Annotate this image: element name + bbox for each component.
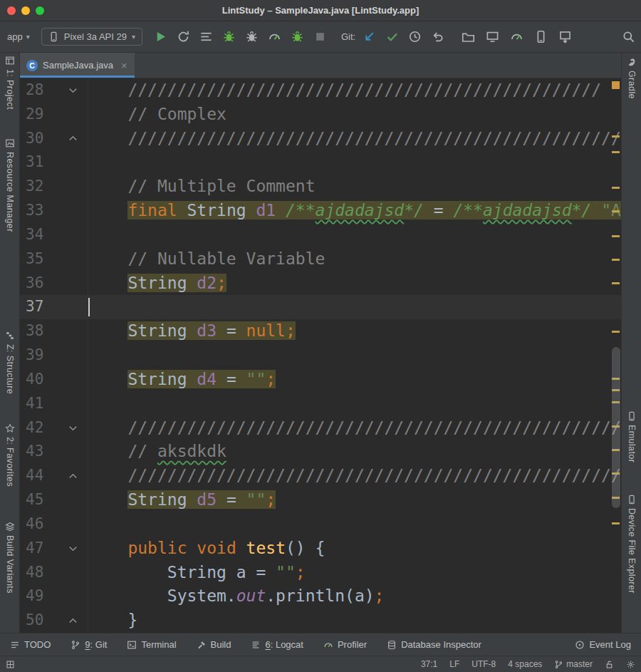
tool-window-button-logcat[interactable]: 6: Logcat bbox=[251, 639, 303, 650]
code-line-47[interactable]: 47 public void test() { bbox=[20, 537, 621, 561]
warning-stripe-mark[interactable] bbox=[612, 210, 620, 212]
code-line-41[interactable]: 41 bbox=[20, 392, 621, 416]
fold-marker-down-icon[interactable] bbox=[58, 78, 88, 103]
fold-marker-down-icon[interactable] bbox=[58, 416, 88, 440]
code-text[interactable]: String a = ""; bbox=[88, 561, 621, 585]
gear-icon[interactable] bbox=[626, 660, 635, 669]
line-separator[interactable]: LF bbox=[449, 659, 459, 669]
code-line-39[interactable]: 39 bbox=[20, 343, 621, 368]
code-line-44[interactable]: 44 /////////////////////////////////////… bbox=[20, 464, 621, 488]
fold-marker-down-icon[interactable] bbox=[58, 537, 88, 561]
code-text[interactable] bbox=[88, 295, 621, 319]
code-line-42[interactable]: 42 /////////////////////////////////////… bbox=[20, 416, 621, 440]
sync-project-button[interactable] bbox=[462, 30, 475, 43]
code-text[interactable]: // Multiple Comment bbox=[88, 175, 621, 199]
code-line-36[interactable]: 36 String d2; bbox=[20, 272, 621, 296]
tool-stripe-button-build-variants[interactable]: Build Variants bbox=[0, 522, 19, 594]
lock-icon[interactable] bbox=[605, 660, 614, 669]
fold-marker-up-icon[interactable] bbox=[58, 127, 88, 151]
stop-button[interactable] bbox=[313, 30, 327, 43]
code-text[interactable]: // Nullable Variable bbox=[88, 247, 621, 272]
code-line-40[interactable]: 40 String d4 = ""; bbox=[20, 368, 621, 392]
code-text[interactable]: public void test() { bbox=[88, 537, 621, 561]
code-text[interactable] bbox=[88, 512, 621, 537]
tool-stripe-button-structure[interactable]: Z: Structure bbox=[0, 331, 19, 394]
vertical-scrollbar[interactable] bbox=[612, 347, 620, 508]
fold-marker-up-icon[interactable] bbox=[58, 609, 88, 633]
code-text[interactable]: System.out.println(a); bbox=[88, 584, 621, 609]
rollback-button[interactable] bbox=[431, 30, 444, 43]
code-text[interactable]: // aksdkdk bbox=[88, 440, 621, 464]
warning-stripe-mark[interactable] bbox=[612, 259, 620, 261]
update-project-button[interactable] bbox=[363, 30, 376, 43]
tool-window-button-terminal[interactable]: Terminal bbox=[127, 639, 176, 650]
code-line-32[interactable]: 32 // Multiple Comment bbox=[20, 175, 621, 199]
code-text[interactable]: // Complex bbox=[88, 103, 621, 127]
code-line-30[interactable]: 30 /////////////////////////////////////… bbox=[20, 127, 621, 151]
code-text[interactable]: ////////////////////////////////////////… bbox=[88, 464, 621, 488]
tool-stripe-button-project[interactable]: 1: Project bbox=[0, 56, 19, 110]
warning-stripe-mark[interactable] bbox=[612, 151, 620, 153]
code-text[interactable]: String d3 = null; bbox=[88, 319, 621, 343]
tool-window-button-todo[interactable]: TODO bbox=[10, 639, 51, 650]
profile-button[interactable] bbox=[268, 30, 281, 43]
minimize-button[interactable] bbox=[21, 6, 30, 15]
warning-stripe-mark[interactable] bbox=[612, 282, 620, 284]
indent-setting[interactable]: 4 spaces bbox=[508, 659, 542, 669]
code-line-50[interactable]: 50 } bbox=[20, 609, 621, 633]
tool-stripe-button-gradle[interactable]: Gradle bbox=[622, 57, 641, 99]
file-status-indicator[interactable] bbox=[612, 81, 620, 89]
run-button[interactable] bbox=[154, 30, 167, 43]
tool-stripe-button-favorites[interactable]: 2: Favorites bbox=[0, 423, 19, 487]
apply-changes-button[interactable] bbox=[177, 30, 190, 43]
code-line-48[interactable]: 48 String a = ""; bbox=[20, 561, 621, 585]
code-line-28[interactable]: 28 /////////////////////////////////////… bbox=[20, 78, 621, 103]
code-text[interactable]: final String d1 /**ajdadajsd*/ = /**ajda… bbox=[88, 199, 621, 223]
debug-button[interactable] bbox=[222, 30, 236, 43]
code-text[interactable]: String d5 = ""; bbox=[88, 488, 621, 512]
tool-window-button-profiler[interactable]: Profiler bbox=[323, 639, 367, 650]
commit-button[interactable] bbox=[385, 30, 399, 43]
code-text[interactable]: ////////////////////////////////////////… bbox=[88, 78, 621, 103]
code-line-46[interactable]: 46 bbox=[20, 512, 621, 537]
git-branch-widget[interactable]: master bbox=[554, 659, 593, 669]
code-text[interactable]: ////////////////////////////////////////… bbox=[88, 127, 621, 151]
code-line-38[interactable]: 38 String d3 = null; bbox=[20, 319, 621, 343]
code-line-43[interactable]: 43 // aksdkdk bbox=[20, 440, 621, 464]
code-text[interactable]: String d2; bbox=[88, 272, 621, 296]
code-line-34[interactable]: 34 bbox=[20, 223, 621, 247]
profile-low-overhead-button[interactable] bbox=[291, 30, 304, 43]
tool-window-button-git[interactable]: 9: Git bbox=[71, 639, 107, 650]
code-text[interactable]: } bbox=[88, 609, 621, 633]
warning-stripe-mark[interactable] bbox=[612, 522, 620, 524]
code-text[interactable]: String d4 = ""; bbox=[88, 368, 621, 392]
device-selector[interactable]: Pixel 3a API 29 ▾ bbox=[41, 28, 142, 46]
tool-stripe-button-device-file-explorer[interactable]: Device File Explorer bbox=[622, 495, 641, 594]
warning-stripe-mark[interactable] bbox=[612, 187, 620, 189]
fold-marker-up-icon[interactable] bbox=[58, 464, 88, 488]
module-selector[interactable]: app ▾ bbox=[4, 29, 33, 45]
close-tab-icon[interactable]: × bbox=[121, 60, 127, 71]
warning-stripe-mark[interactable] bbox=[612, 135, 620, 138]
sdk-manager-button[interactable] bbox=[558, 30, 572, 43]
tool-stripe-button-emulator[interactable]: Emulator bbox=[622, 411, 641, 462]
apply-code-changes-button[interactable] bbox=[199, 30, 213, 43]
code-text[interactable]: ////////////////////////////////////////… bbox=[88, 416, 621, 440]
tool-window-button-event-log[interactable]: Event Log bbox=[575, 639, 631, 650]
zoom-button[interactable] bbox=[36, 6, 44, 15]
code-line-31[interactable]: 31 bbox=[20, 150, 621, 175]
profiler-button[interactable] bbox=[510, 30, 523, 43]
editor[interactable]: 28 /////////////////////////////////////… bbox=[20, 78, 621, 633]
attach-debugger-button[interactable] bbox=[245, 30, 259, 43]
code-line-37[interactable]: 37 bbox=[20, 295, 621, 319]
code-line-29[interactable]: 29 // Complex bbox=[20, 103, 621, 127]
code-line-33[interactable]: 33 final String d1 /**ajdadajsd*/ = /**a… bbox=[20, 199, 621, 223]
code-text[interactable] bbox=[88, 223, 621, 247]
device-manager-button[interactable] bbox=[534, 30, 548, 43]
caret-position[interactable]: 37:1 bbox=[421, 659, 437, 669]
show-history-button[interactable] bbox=[408, 30, 422, 43]
code-text[interactable] bbox=[88, 343, 621, 368]
tool-window-toggle-icon[interactable] bbox=[6, 660, 15, 669]
tab-samplejava[interactable]: C SampleJava.java × bbox=[20, 53, 135, 78]
tool-window-button-build[interactable]: Build bbox=[197, 639, 231, 650]
